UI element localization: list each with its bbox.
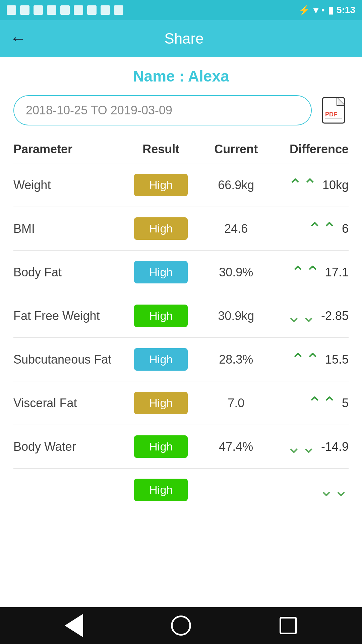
- header-title: Share: [36, 30, 332, 47]
- status-badge: High: [134, 217, 188, 240]
- shield-icon: [101, 5, 110, 15]
- current-value: 30.9%: [198, 265, 274, 279]
- current-value: 30.9kg: [198, 309, 274, 323]
- diff-value: -2.85: [321, 309, 349, 323]
- table-header: Parameter Result Current Difference: [13, 139, 349, 163]
- result-badge-cell: High: [123, 305, 198, 327]
- diff-cell: ⌃⌃ 15.5: [274, 351, 349, 368]
- result-badge-cell: High: [123, 435, 198, 458]
- diff-value: -14.9: [321, 440, 349, 454]
- arrow-up-icon: ⌃⌃: [288, 176, 317, 194]
- table-row-partial: High ⌄⌄: [13, 469, 349, 504]
- arrow-up-icon: ⌃⌃: [291, 351, 320, 368]
- diff-cell: ⌄⌄ -14.9: [274, 438, 349, 455]
- table-row: Fat Free Weight High 30.9kg ⌄⌄ -2.85: [13, 294, 349, 338]
- param-label: BMI: [13, 222, 123, 236]
- current-value: 24.6: [198, 222, 274, 236]
- bottom-navigation: [0, 607, 362, 644]
- arrow-up-icon: ⌃⌃: [291, 264, 320, 281]
- current-value: 66.9kg: [198, 178, 274, 192]
- table-row: BMI High 24.6 ⌃⌃ 6: [13, 207, 349, 251]
- result-badge-cell: High: [123, 479, 198, 501]
- param-label: Weight: [13, 178, 123, 192]
- result-badge-cell: High: [123, 348, 198, 371]
- col-current: Current: [198, 142, 274, 156]
- date-range-field[interactable]: 2018-10-25 TO 2019-03-09: [13, 95, 312, 125]
- image-icon: [74, 5, 83, 15]
- result-badge-cell: High: [123, 174, 198, 196]
- param-label: Fat Free Weight: [13, 309, 123, 323]
- col-result: Result: [123, 142, 198, 156]
- download-icon: [114, 5, 123, 15]
- diff-cell: ⌄⌄: [274, 481, 349, 499]
- svg-text:PDF: PDF: [325, 111, 337, 118]
- diff-value: 6: [342, 222, 349, 236]
- status-badge: High: [134, 435, 188, 458]
- status-bar: ⚡ ▾ ▪ ▮ 5:13: [0, 0, 362, 20]
- status-badge: High: [134, 479, 188, 501]
- battery-icon: ▮: [328, 5, 333, 16]
- param-label: Subcutaneous Fat: [13, 353, 123, 367]
- table-row: Body Fat High 30.9% ⌃⌃ 17.1: [13, 251, 349, 294]
- pen-icon: [60, 5, 70, 15]
- main-content: Name : Alexa 2018-10-25 TO 2019-03-09 PD…: [0, 57, 362, 607]
- recents-nav-button[interactable]: [277, 614, 300, 637]
- result-badge-cell: High: [123, 392, 198, 414]
- date-row: 2018-10-25 TO 2019-03-09 PDF: [13, 95, 349, 125]
- wifi-icon: ▾: [313, 5, 318, 16]
- diff-value: 17.1: [325, 265, 349, 279]
- status-badge: High: [134, 261, 188, 283]
- bluetooth-icon: ⚡: [298, 5, 310, 16]
- param-label: Body Fat: [13, 265, 123, 279]
- diff-cell: ⌄⌄ -2.85: [274, 307, 349, 325]
- pdf-export-button[interactable]: PDF: [318, 95, 349, 125]
- arrow-down-icon: ⌄⌄: [287, 438, 316, 455]
- col-difference: Difference: [274, 142, 349, 156]
- recents-nav-icon: [280, 617, 297, 634]
- status-badge: High: [134, 174, 188, 196]
- current-value: 28.3%: [198, 353, 274, 367]
- clipboard-icon: [47, 5, 56, 15]
- diff-value: 5: [342, 396, 349, 410]
- status-badge: High: [134, 305, 188, 327]
- arrow-down-icon: ⌄⌄: [287, 307, 316, 325]
- warning2-icon: [87, 5, 97, 15]
- warning-icon: [34, 5, 43, 15]
- status-icons-left: [7, 5, 123, 15]
- table-row: Body Water High 47.4% ⌄⌄ -14.9: [13, 425, 349, 469]
- arrow-down-icon: ⌄⌄: [319, 481, 349, 499]
- diff-cell: ⌃⌃ 6: [274, 220, 349, 237]
- table-row: Weight High 66.9kg ⌃⌃ 10kg: [13, 163, 349, 207]
- current-value: 7.0: [198, 396, 274, 410]
- current-value: 47.4%: [198, 440, 274, 454]
- user-name: Name : Alexa: [13, 67, 349, 85]
- status-badge: High: [134, 348, 188, 371]
- diff-cell: ⌃⌃ 10kg: [274, 176, 349, 194]
- arrow-up-icon: ⌃⌃: [307, 394, 337, 412]
- param-label: Visceral Fat: [13, 396, 123, 410]
- col-parameter: Parameter: [13, 142, 123, 156]
- home-nav-button[interactable]: [169, 614, 193, 637]
- header: ← Share: [0, 20, 362, 57]
- back-nav-button[interactable]: [62, 614, 85, 637]
- home-nav-icon: [171, 615, 191, 636]
- status-right: ⚡ ▾ ▪ ▮ 5:13: [298, 5, 355, 16]
- back-nav-icon: [65, 614, 83, 637]
- diff-cell: ⌃⌃ 5: [274, 394, 349, 412]
- table-row: Visceral Fat High 7.0 ⌃⌃ 5: [13, 381, 349, 425]
- sync-icon: [20, 5, 29, 15]
- diff-value: 10kg: [322, 178, 349, 192]
- diff-value: 15.5: [325, 353, 349, 367]
- signal-icon: ▪: [321, 5, 325, 15]
- result-badge-cell: High: [123, 261, 198, 283]
- status-badge: High: [134, 392, 188, 414]
- back-button[interactable]: ←: [10, 31, 26, 47]
- result-badge-cell: High: [123, 217, 198, 240]
- diff-cell: ⌃⌃ 17.1: [274, 264, 349, 281]
- table-row: Subcutaneous Fat High 28.3% ⌃⌃ 15.5: [13, 338, 349, 381]
- clock: 5:13: [337, 5, 355, 15]
- arrow-up-icon: ⌃⌃: [307, 220, 337, 237]
- param-label: Body Water: [13, 440, 123, 454]
- notification-icon: [7, 5, 16, 15]
